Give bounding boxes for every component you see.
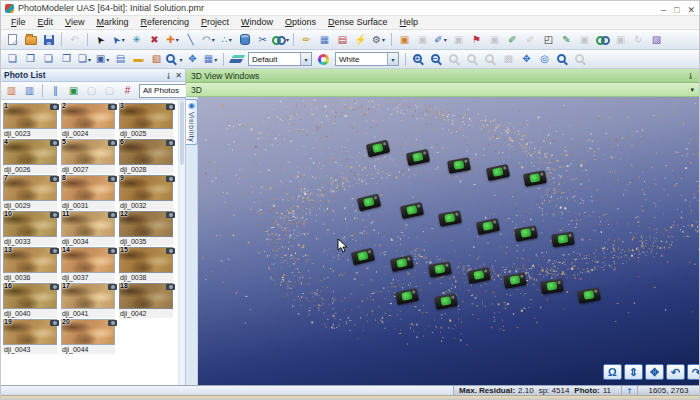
photo-table-1-icon[interactable]: ▥: [3, 83, 20, 98]
photo-thumbnail[interactable]: 19dji_0043: [3, 319, 60, 355]
edit-green-icon[interactable]: ✐: [504, 32, 521, 47]
photo-thumbnail[interactable]: 20dji_0044: [61, 319, 118, 355]
mark-line-icon[interactable]: ╲: [182, 32, 199, 47]
photo-thumbnail[interactable]: 7dji_0029: [3, 175, 60, 211]
redo-view-button[interactable]: ↷: [687, 364, 699, 380]
rotate-view-button[interactable]: Ω: [603, 364, 622, 380]
photo-thumbnail[interactable]: 17dji_0041: [61, 283, 118, 319]
menu-dense-surface[interactable]: Dense Surface: [322, 16, 394, 29]
edit-pencil-icon[interactable]: ✐▾: [432, 32, 449, 47]
photo-thumbnail[interactable]: 18dji_0042: [119, 283, 176, 319]
menu-window[interactable]: Window: [235, 16, 279, 29]
photo-thumbnail[interactable]: 16dji_0040: [3, 283, 60, 319]
photo-table-2-icon[interactable]: ▥: [21, 83, 38, 98]
mark-curve-icon[interactable]: ◠▾: [200, 32, 217, 47]
reference-mode-icon[interactable]: ▾: [272, 32, 289, 47]
photo-thumbnail[interactable]: 4dji_0026: [3, 139, 60, 175]
process-icon[interactable]: ⚡: [352, 32, 369, 47]
photo-thumbnail[interactable]: 1dji_0023: [3, 103, 60, 139]
photo-thumbnail[interactable]: 14dji_0037: [61, 247, 118, 283]
zoom-in-icon[interactable]: +: [410, 52, 427, 67]
fit-all-icon[interactable]: ✥: [518, 52, 535, 67]
photo-tables-icon[interactable]: ▦: [316, 32, 333, 47]
maximize-button[interactable]: □: [674, 5, 679, 15]
pin-icon[interactable]: ⊸: [163, 72, 172, 79]
zoom-region-icon[interactable]: [554, 52, 571, 67]
window-layout-icon[interactable]: ❏▾: [76, 52, 93, 67]
photo-thumbnail[interactable]: 12dji_0035: [119, 211, 176, 247]
menu-help[interactable]: Help: [394, 16, 425, 29]
open-project-icon[interactable]: [22, 32, 39, 47]
zoom-view-button[interactable]: ⇕: [624, 364, 643, 380]
menu-options[interactable]: Options: [279, 16, 322, 29]
sketch-icon[interactable]: ✏: [298, 32, 315, 47]
close-icon[interactable]: ✕: [175, 71, 182, 80]
window-3d-icon[interactable]: ❐: [58, 52, 75, 67]
viewport-3d[interactable]: Ω⇕✥↶↷: [198, 97, 699, 385]
menu-file[interactable]: File: [5, 16, 32, 29]
background-color-select[interactable]: White▾: [335, 52, 399, 66]
photo-thumbnail[interactable]: 15dji_0038: [119, 247, 176, 283]
delete-icon[interactable]: ✖: [146, 32, 163, 47]
layers-icon[interactable]: [228, 52, 245, 67]
chevron-down-icon[interactable]: ▾: [387, 53, 398, 65]
layer-select[interactable]: Default▾: [248, 52, 312, 66]
background-color-icon[interactable]: [315, 52, 332, 67]
save-project-icon[interactable]: [40, 32, 57, 47]
pan-tool-icon[interactable]: ✥: [184, 52, 201, 67]
window-cascade-icon[interactable]: ❏: [4, 52, 21, 67]
idealize-icon[interactable]: ⚙▾: [370, 32, 387, 47]
pan-view-button[interactable]: ✥: [645, 364, 664, 380]
zoom-out-icon[interactable]: −: [428, 52, 445, 67]
close-button[interactable]: ✕: [687, 5, 695, 15]
photo-thumbnail[interactable]: 11dji_0034: [61, 211, 118, 247]
new-project-icon[interactable]: [4, 32, 21, 47]
sort-icon[interactable]: #: [119, 83, 136, 98]
mark-cloud-icon[interactable]: ∴▾: [218, 32, 235, 47]
quality-review-icon[interactable]: ▨: [648, 32, 665, 47]
window-tile-icon[interactable]: ❐: [22, 52, 39, 67]
menu-project[interactable]: Project: [195, 16, 235, 29]
window-photos-icon[interactable]: ❏: [40, 52, 57, 67]
photo-thumbnail[interactable]: 13dji_0036: [3, 247, 60, 283]
minimize-button[interactable]: –: [661, 5, 666, 15]
select-region-icon[interactable]: ➤▾: [110, 32, 127, 47]
undo-view-button[interactable]: ↶: [666, 364, 685, 380]
tab-3d[interactable]: 3D: [191, 85, 202, 95]
thumb-view-icon[interactable]: ▣: [65, 83, 82, 98]
measure-icon[interactable]: ◰: [540, 32, 557, 47]
center-view-icon[interactable]: ◎: [536, 52, 553, 67]
menu-view[interactable]: View: [59, 16, 90, 29]
table-view-icon[interactable]: ▦▾: [202, 52, 219, 67]
export-icon[interactable]: ▤: [334, 32, 351, 47]
photo-thumbnail[interactable]: 5dji_0027: [61, 139, 118, 175]
magnify-tool-icon[interactable]: ▾: [166, 52, 183, 67]
menu-referencing[interactable]: Referencing: [134, 16, 195, 29]
reference-green-icon[interactable]: [594, 32, 611, 47]
highlight-icon[interactable]: ▬: [130, 52, 147, 67]
mark-cylinder-icon[interactable]: [236, 32, 253, 47]
photo-thumbnail[interactable]: 2dji_0024: [61, 103, 118, 139]
photo-grid-scrollbar[interactable]: [178, 100, 185, 385]
visibility-tab[interactable]: ◉ Visibility: [186, 99, 198, 145]
open-photo-icon[interactable]: ▣▾: [94, 52, 111, 67]
photo-thumbnail[interactable]: 9dji_0032: [119, 175, 176, 211]
menu-edit[interactable]: Edit: [32, 16, 60, 29]
select-pointer-icon[interactable]: ➤: [92, 32, 109, 47]
photo-quality-icon[interactable]: ▧: [148, 52, 165, 67]
pin-icon[interactable]: ⊸: [686, 72, 695, 79]
menu-marking[interactable]: Marking: [90, 16, 134, 29]
trim-icon[interactable]: ✂: [254, 32, 271, 47]
mark-point-icon[interactable]: ✚▾: [164, 32, 181, 47]
photo-thumbnail[interactable]: 10dji_0033: [3, 211, 60, 247]
flag-icon[interactable]: ⚑: [468, 32, 485, 47]
photo-thumbnail[interactable]: 6dji_0028: [119, 139, 176, 175]
edit-green-2-icon[interactable]: ✎: [558, 32, 575, 47]
chevron-down-icon[interactable]: ▾: [300, 53, 311, 65]
photo-thumbnail[interactable]: 8dji_0031: [61, 175, 118, 211]
surface-tool-icon[interactable]: ▣: [396, 32, 413, 47]
thumb-size-icon[interactable]: ∥: [47, 83, 64, 98]
automatic-marking-icon[interactable]: ✳: [128, 32, 145, 47]
status-show-icon[interactable]: ▤: [112, 52, 129, 67]
photo-thumbnail[interactable]: 3dji_0025: [119, 103, 176, 139]
